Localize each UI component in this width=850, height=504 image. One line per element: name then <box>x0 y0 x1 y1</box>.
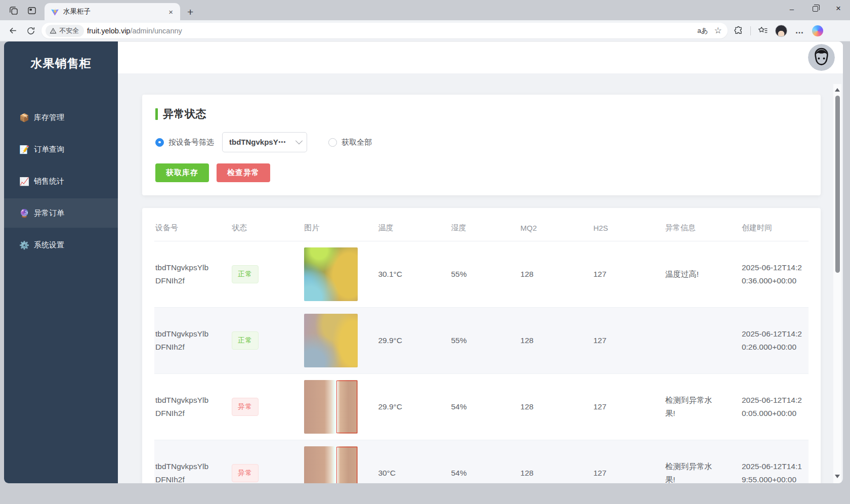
profile-avatar-icon[interactable] <box>774 23 789 38</box>
radio-dot <box>328 138 337 147</box>
cell-temperature: 29.9°C <box>378 402 402 411</box>
scrollbar-down-arrow-icon[interactable] <box>835 475 840 478</box>
browser-tab[interactable]: 水果柜子 × <box>45 3 180 20</box>
sidebar-item-库存管理[interactable]: 📦 库存管理 <box>4 103 118 132</box>
fetch-all-radio[interactable]: 获取全部 <box>328 138 372 147</box>
tab-close-icon[interactable]: × <box>166 8 175 16</box>
status-badge: 正常 <box>232 265 259 283</box>
column-header-状态: 状态 <box>231 213 303 241</box>
filter-by-device-radio[interactable]: 按设备号筛选 <box>155 138 214 147</box>
vite-favicon-icon <box>51 8 59 16</box>
window-close-button[interactable]: × <box>827 0 850 17</box>
url-host: fruit.yelob.vip <box>87 27 130 35</box>
column-header-H2S: H2S <box>592 213 664 241</box>
panel-title: 异常状态 <box>163 107 206 121</box>
scrollbar-up-arrow-icon[interactable] <box>835 88 840 92</box>
sidebar-item-异常订单[interactable]: 🔮 异常订单 <box>4 198 118 228</box>
page-header <box>118 41 843 73</box>
more-menu-icon[interactable]: … <box>792 23 807 38</box>
chevron-down-icon <box>295 137 303 144</box>
address-bar[interactable]: 不安全 fruit.yelob.vip/admin/uncanny aあ ☆ <box>41 23 728 38</box>
translate-icon[interactable]: aあ <box>696 24 709 37</box>
cell-h2s: 127 <box>593 469 607 477</box>
cell-created-time: 2025-06-12T14:20:26.000+00:00 <box>742 327 803 354</box>
table-row: tbdTNgvkpsYlbDFNIh2f 正常 29.9°C 55% 128 1… <box>154 308 809 374</box>
cell-humidity: 55% <box>451 336 466 345</box>
tab-actions-icon[interactable] <box>26 5 37 16</box>
favorite-star-icon[interactable]: ☆ <box>711 24 725 37</box>
abnormal-status-panel: 异常状态 按设备号筛选 tbdTNgvkpsY⋯ 获取全部 <box>142 95 821 195</box>
refresh-icon[interactable] <box>23 23 38 38</box>
browser-titlebar: 水果柜子 × + – × <box>0 0 850 20</box>
favorites-bar-icon[interactable] <box>755 23 771 38</box>
cell-image[interactable] <box>304 314 358 367</box>
sidebar-item-订单查询[interactable]: 📝 订单查询 <box>4 135 118 164</box>
cell-temperature: 30.1°C <box>378 270 402 278</box>
new-tab-button[interactable]: + <box>180 6 200 20</box>
radio-dot <box>155 138 164 147</box>
user-avatar[interactable] <box>808 44 835 71</box>
cell-device-id: tbdTNgvkpsYlbDFNIh2f <box>155 261 212 287</box>
cell-device-id: tbdTNgvkpsYlbDFNIh2f <box>155 460 212 483</box>
check-abnormal-button[interactable]: 检查异常 <box>217 163 270 182</box>
url-path: /admin/uncanny <box>130 27 182 35</box>
cell-humidity: 54% <box>451 469 466 477</box>
cell-abnormal-message: 温度过高! <box>665 268 718 281</box>
sidebar-item-label: 库存管理 <box>34 113 64 122</box>
window-minimize-button[interactable]: – <box>780 0 803 17</box>
sidebar-item-label: 系统设置 <box>34 240 64 250</box>
security-chip[interactable]: 不安全 <box>46 25 84 37</box>
title-accent-bar <box>155 108 158 120</box>
table-row: tbdTNgvkpsYlbDFNIh2f 异常 29.9°C 54% 128 1… <box>154 374 809 440</box>
sidebar: 水果销售柜 📦 库存管理 📝 订单查询 📈 销售统计 🔮 异常订单 ⚙️ 系统设… <box>4 41 118 483</box>
browser-toolbar: 不安全 fruit.yelob.vip/admin/uncanny aあ ☆ … <box>0 20 850 41</box>
column-header-设备号: 设备号 <box>154 213 231 241</box>
sidebar-item-icon: 📈 <box>19 177 29 186</box>
cell-mq2: 128 <box>521 336 534 345</box>
cell-image[interactable] <box>304 247 358 301</box>
records-table-card: 设备号状态图片温度湿度MQ2H2S异常信息创建时间 tbdTNgvkpsYlbD… <box>142 208 821 483</box>
cell-image[interactable] <box>304 446 358 483</box>
page-main: 异常状态 按设备号筛选 tbdTNgvkpsY⋯ 获取全部 <box>118 73 843 483</box>
status-badge: 正常 <box>232 331 259 350</box>
cell-abnormal-message: 检测到异常水果! <box>665 460 718 483</box>
sidebar-item-销售统计[interactable]: 📈 销售统计 <box>4 166 118 196</box>
device-select[interactable]: tbdTNgvkpsY⋯ <box>222 132 307 152</box>
workspaces-icon[interactable] <box>8 5 19 16</box>
copilot-icon[interactable] <box>810 23 825 38</box>
cell-created-time: 2025-06-12T14:19:55.000+00:00 <box>742 460 803 483</box>
table-header-row: 设备号状态图片温度湿度MQ2H2S异常信息创建时间 <box>154 213 809 241</box>
column-header-湿度: 湿度 <box>450 213 519 241</box>
app-title: 水果销售柜 <box>4 41 118 71</box>
sidebar-item-label: 异常订单 <box>34 208 64 218</box>
back-icon[interactable] <box>5 23 20 38</box>
status-badge: 异常 <box>232 398 259 416</box>
cell-humidity: 54% <box>451 402 466 411</box>
cell-mq2: 128 <box>521 402 534 411</box>
column-header-温度: 温度 <box>377 213 450 241</box>
cell-image[interactable] <box>304 380 358 434</box>
scrollbar-thumb[interactable] <box>835 96 840 273</box>
cell-humidity: 55% <box>451 270 466 278</box>
window-restore-button[interactable] <box>803 0 827 17</box>
sidebar-item-系统设置[interactable]: ⚙️ 系统设置 <box>4 230 118 260</box>
records-table: 设备号状态图片温度湿度MQ2H2S异常信息创建时间 tbdTNgvkpsYlbD… <box>154 213 809 483</box>
content-area: 异常状态 按设备号筛选 tbdTNgvkpsY⋯ 获取全部 <box>118 41 843 483</box>
cell-temperature: 30°C <box>378 469 396 477</box>
fetch-inventory-button[interactable]: 获取库存 <box>155 163 209 182</box>
cell-temperature: 29.9°C <box>378 336 402 345</box>
device-select-value: tbdTNgvkpsY⋯ <box>229 138 296 147</box>
cell-created-time: 2025-06-12T14:20:36.000+00:00 <box>742 261 803 287</box>
extensions-icon[interactable] <box>731 23 746 38</box>
table-row: tbdTNgvkpsYlbDFNIh2f 异常 30°C 54% 128 127… <box>154 440 809 484</box>
cell-h2s: 127 <box>593 270 607 278</box>
sidebar-item-icon: 🔮 <box>19 208 29 218</box>
cell-mq2: 128 <box>521 469 534 477</box>
cell-device-id: tbdTNgvkpsYlbDFNIh2f <box>155 394 212 420</box>
page-scrollbar[interactable] <box>833 84 841 483</box>
detection-box <box>336 381 357 433</box>
security-label: 不安全 <box>59 26 79 35</box>
url-text: fruit.yelob.vip/admin/uncanny <box>87 27 182 35</box>
column-header-创建时间: 创建时间 <box>741 213 809 241</box>
tab-title: 水果柜子 <box>63 7 162 16</box>
